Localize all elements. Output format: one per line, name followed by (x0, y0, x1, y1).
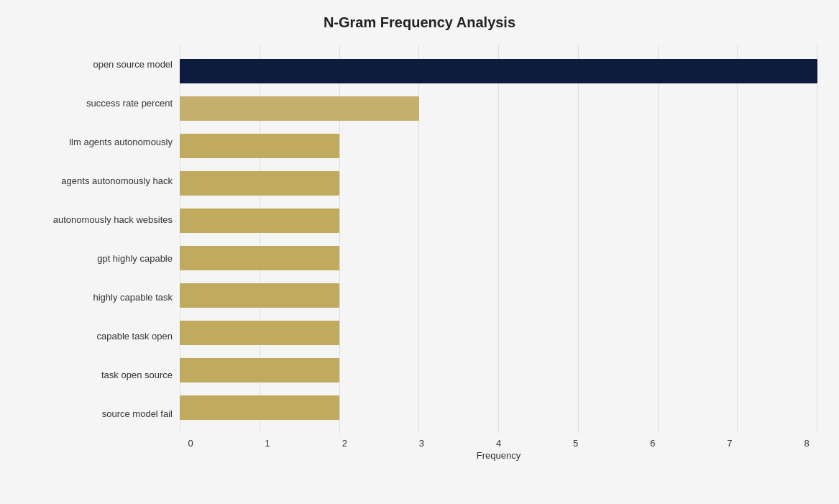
bar-row (180, 281, 817, 310)
bar-row (180, 393, 817, 422)
bar-row (180, 244, 817, 272)
bar-row (180, 57, 817, 86)
y-axis-label: open source model (93, 59, 173, 70)
y-axis-label: llm agents autonomously (69, 137, 173, 148)
y-axis-label: source model fail (102, 408, 173, 420)
x-tick: 3 (411, 438, 432, 449)
x-tick: 4 (488, 438, 510, 449)
x-ticks: 012345678 (180, 434, 817, 449)
chart-area: open source modelsuccess rate percentllm… (22, 45, 817, 462)
y-axis-label: gpt highly capable (97, 253, 173, 265)
x-label-row: Frequency (180, 450, 817, 461)
y-axis-label: capable task open (96, 331, 173, 342)
bar (180, 96, 419, 121)
bar-row (180, 206, 817, 235)
y-axis-label: agents autonomously hack (61, 175, 173, 187)
y-axis-label: success rate percent (86, 98, 173, 109)
bar (180, 246, 339, 270)
x-tick: 6 (642, 438, 664, 449)
bars-wrapper (180, 45, 817, 434)
grid-and-bars: 012345678 Frequency (180, 45, 817, 462)
bar-row (180, 94, 817, 123)
chart-container: N-Gram Frequency Analysis open source mo… (0, 0, 839, 504)
bar (180, 358, 339, 382)
x-tick: 5 (565, 438, 587, 449)
bar-row (180, 132, 817, 160)
bar (180, 59, 817, 83)
bar-row (180, 169, 817, 198)
x-axis: 012345678 Frequency (180, 434, 817, 462)
chart-title: N-Gram Frequency Analysis (22, 14, 817, 31)
x-tick: 2 (334, 438, 355, 449)
bar-row (180, 319, 817, 347)
bar (180, 395, 339, 420)
bar (180, 171, 339, 196)
x-tick: 0 (180, 438, 201, 449)
x-tick: 8 (796, 438, 817, 449)
y-axis-label: task open source (101, 370, 173, 381)
x-tick: 1 (257, 438, 278, 449)
x-tick: 7 (719, 438, 741, 449)
y-axis-label: autonomously hack websites (53, 214, 173, 226)
bars-section: 012345678 Frequency (180, 45, 817, 462)
x-axis-label: Frequency (477, 450, 521, 461)
bar-row (180, 356, 817, 385)
bar (180, 283, 339, 308)
bar (180, 209, 339, 233)
y-axis-label: highly capable task (93, 292, 173, 303)
y-axis-labels: open source modelsuccess rate percentllm… (22, 45, 180, 462)
bar (180, 321, 339, 345)
bar (180, 134, 339, 158)
